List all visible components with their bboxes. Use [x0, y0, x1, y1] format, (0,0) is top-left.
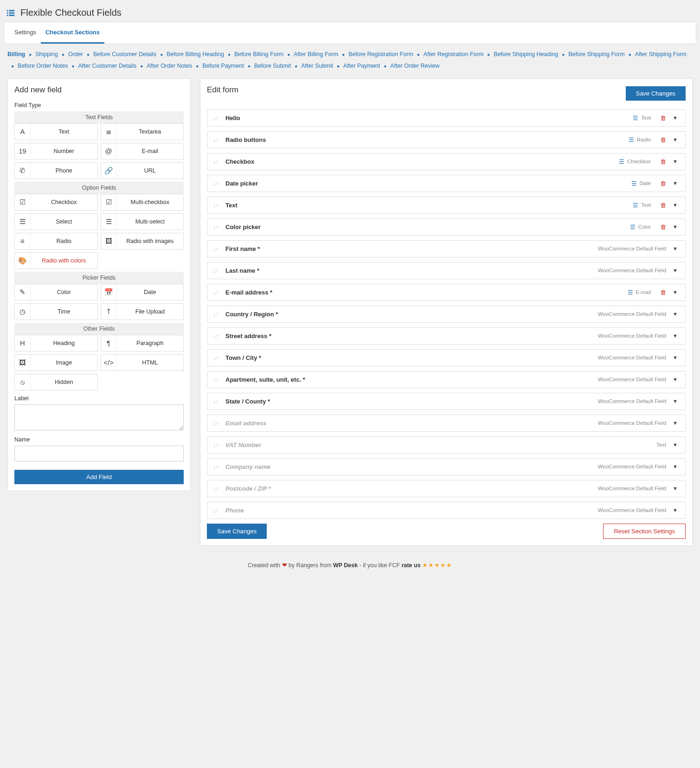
drag-handle-icon[interactable]: ↓↑: [213, 442, 219, 448]
field-type-radio[interactable]: ≡Radio: [14, 233, 98, 250]
trash-icon[interactable]: 🗑: [660, 289, 666, 296]
subnav-order[interactable]: Order: [68, 51, 83, 58]
field-type-checkbox[interactable]: ☑Checkbox: [14, 194, 98, 211]
drag-handle-icon[interactable]: ↓↑: [213, 115, 219, 122]
expand-icon[interactable]: ▼: [671, 246, 680, 251]
field-type-url[interactable]: 🔗URL: [101, 162, 184, 179]
field-type-multi-checkbox[interactable]: ☑Multi-checkbox: [101, 194, 184, 211]
form-row[interactable]: ↓↑PhoneWooCommerce Default Field▼: [207, 502, 686, 519]
subnav-before-customer-details[interactable]: Before Customer Details: [93, 51, 156, 58]
tab-settings[interactable]: Settings: [10, 22, 41, 44]
subnav-before-billing-heading[interactable]: Before Billing Heading: [167, 51, 224, 58]
form-row[interactable]: ↓↑Checkbox☰Checkbox🗑▼: [207, 153, 686, 170]
field-type-time[interactable]: ◷Time: [14, 303, 98, 320]
drag-handle-icon[interactable]: ↓↑: [213, 224, 219, 230]
subnav-billing[interactable]: Billing: [7, 51, 25, 58]
form-row[interactable]: ↓↑Street address *WooCommerce Default Fi…: [207, 327, 686, 345]
subnav-after-shipping-form[interactable]: After Shipping Form: [635, 51, 687, 58]
drag-handle-icon[interactable]: ↓↑: [213, 354, 219, 361]
subnav-before-shipping-heading[interactable]: Before Shipping Heading: [494, 51, 558, 58]
expand-icon[interactable]: ▼: [671, 333, 680, 339]
field-type-select[interactable]: ☰Select: [14, 213, 98, 230]
form-row[interactable]: ↓↑Hello☰Text🗑▼: [207, 109, 686, 127]
expand-icon[interactable]: ▼: [671, 289, 680, 295]
expand-icon[interactable]: ▼: [671, 137, 680, 142]
form-row[interactable]: ↓↑VAT NumberText▼: [207, 436, 686, 454]
drag-handle-icon[interactable]: ↓↑: [213, 463, 219, 470]
field-type-file-upload[interactable]: ⤒File Upload: [101, 303, 184, 320]
expand-icon[interactable]: ▼: [671, 442, 680, 448]
trash-icon[interactable]: 🗑: [660, 115, 666, 122]
tab-checkout-sections[interactable]: Checkout Sections: [41, 22, 104, 44]
field-type-phone[interactable]: ✆Phone: [14, 162, 98, 179]
save-changes-button-top[interactable]: Save Changes: [626, 86, 686, 101]
form-row[interactable]: ↓↑Apartment, suite, unit, etc. *WooComme…: [207, 371, 686, 388]
form-row[interactable]: ↓↑Last name *WooCommerce Default Field▼: [207, 262, 686, 279]
expand-icon[interactable]: ▼: [671, 420, 680, 426]
trash-icon[interactable]: 🗑: [660, 180, 666, 187]
drag-handle-icon[interactable]: ↓↑: [213, 311, 219, 318]
subnav-after-submit[interactable]: After Submit: [301, 63, 333, 69]
expand-icon[interactable]: ▼: [671, 355, 680, 360]
drag-handle-icon[interactable]: ↓↑: [213, 398, 219, 405]
field-type-multi-select[interactable]: ☰Multi-select: [101, 213, 184, 230]
subnav-after-order-review[interactable]: After Order Review: [390, 63, 439, 69]
form-row[interactable]: ↓↑E-mail address *☰E-mail🗑▼: [207, 284, 686, 301]
expand-icon[interactable]: ▼: [671, 224, 680, 230]
expand-icon[interactable]: ▼: [671, 398, 680, 404]
expand-icon[interactable]: ▼: [671, 486, 680, 491]
field-type-e-mail[interactable]: @E-mail: [101, 143, 184, 160]
form-row[interactable]: ↓↑Email addressWooCommerce Default Field…: [207, 415, 686, 432]
subnav-before-shipping-form[interactable]: Before Shipping Form: [568, 51, 625, 58]
add-field-button[interactable]: Add Field: [14, 470, 184, 484]
field-type-number[interactable]: 19Number: [14, 143, 98, 160]
form-row[interactable]: ↓↑Postcode / ZIP *WooCommerce Default Fi…: [207, 480, 686, 497]
expand-icon[interactable]: ▼: [671, 268, 680, 273]
subnav-before-payment[interactable]: Before Payment: [202, 63, 244, 69]
subnav-after-billing-form[interactable]: After Billing Form: [294, 51, 338, 58]
drag-handle-icon[interactable]: ↓↑: [213, 376, 219, 383]
expand-icon[interactable]: ▼: [671, 180, 680, 186]
save-changes-button-bottom[interactable]: Save Changes: [207, 524, 267, 539]
subnav-before-submit[interactable]: Before Submit: [254, 63, 291, 69]
drag-handle-icon[interactable]: ↓↑: [213, 333, 219, 339]
form-row[interactable]: ↓↑Company nameWooCommerce Default Field▼: [207, 458, 686, 475]
subnav-shipping[interactable]: Shipping: [35, 51, 58, 58]
trash-icon[interactable]: 🗑: [660, 158, 666, 165]
field-type-image[interactable]: 🖼Image: [14, 354, 98, 371]
field-type-heading[interactable]: HHeading: [14, 335, 98, 352]
expand-icon[interactable]: ▼: [671, 507, 680, 513]
form-row[interactable]: ↓↑State / County *WooCommerce Default Fi…: [207, 393, 686, 410]
drag-handle-icon[interactable]: ↓↑: [213, 267, 219, 274]
drag-handle-icon[interactable]: ↓↑: [213, 136, 219, 143]
subnav-after-customer-details[interactable]: After Customer Details: [78, 63, 136, 69]
trash-icon[interactable]: 🗑: [660, 136, 666, 143]
drag-handle-icon[interactable]: ↓↑: [213, 202, 219, 209]
form-row[interactable]: ↓↑First name *WooCommerce Default Field▼: [207, 240, 686, 257]
drag-handle-icon[interactable]: ↓↑: [213, 507, 219, 514]
field-type-html[interactable]: </>HTML: [101, 354, 184, 371]
expand-icon[interactable]: ▼: [671, 159, 680, 164]
subnav-before-registration-form[interactable]: Before Registration Form: [348, 51, 413, 58]
subnav-after-payment[interactable]: After Payment: [343, 63, 380, 69]
field-type-radio-with-images[interactable]: 🖼Radio with images: [101, 233, 184, 250]
field-type-text[interactable]: AText: [14, 123, 98, 140]
form-row[interactable]: ↓↑Country / Region *WooCommerce Default …: [207, 306, 686, 323]
expand-icon[interactable]: ▼: [671, 464, 680, 469]
subnav-before-billing-form[interactable]: Before Billing Form: [234, 51, 283, 58]
field-type-paragraph[interactable]: ¶Paragraph: [101, 335, 184, 352]
form-row[interactable]: ↓↑Color picker☰Color🗑▼: [207, 218, 686, 236]
label-input[interactable]: [14, 404, 184, 430]
trash-icon[interactable]: 🗑: [660, 224, 666, 230]
reset-section-button[interactable]: Reset Section Settings: [603, 524, 686, 539]
subnav-before-order-notes[interactable]: Before Order Notes: [18, 63, 68, 69]
form-row[interactable]: ↓↑Town / City *WooCommerce Default Field…: [207, 349, 686, 366]
expand-icon[interactable]: ▼: [671, 377, 680, 382]
field-type-color[interactable]: ✎Color: [14, 284, 98, 301]
trash-icon[interactable]: 🗑: [660, 202, 666, 209]
expand-icon[interactable]: ▼: [671, 202, 680, 208]
expand-icon[interactable]: ▼: [671, 311, 680, 317]
form-row[interactable]: ↓↑Date picker☰Date🗑▼: [207, 175, 686, 192]
field-type-radio-with-colors[interactable]: 🎨Radio with colors: [14, 252, 98, 269]
drag-handle-icon[interactable]: ↓↑: [213, 158, 219, 165]
